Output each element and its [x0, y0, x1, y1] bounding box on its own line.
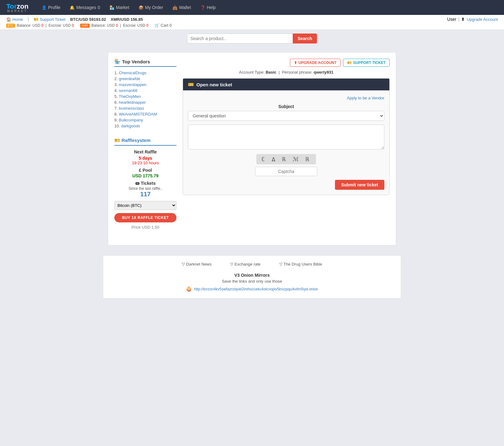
support-icon: 🎫 — [34, 17, 39, 22]
submit-ticket-button[interactable]: Submit new ticket — [335, 180, 384, 190]
search-input[interactable] — [187, 34, 293, 43]
left-sidebar: 🏪 Top Vendors 1. ChemicalDrugs 2. greenl… — [114, 59, 176, 239]
home-link[interactable]: 🏠 Home — [6, 17, 23, 22]
nav-wallet[interactable]: 👜 Wallet — [169, 3, 195, 12]
vendor-link[interactable]: WeAreAMSTERDAM — [119, 112, 157, 116]
nav-market-label: Market — [116, 5, 129, 10]
vendor-link[interactable]: TheOxyMen — [119, 94, 141, 99]
search-button[interactable]: Search — [293, 34, 317, 43]
ticket-header-text: Open new ticket — [196, 82, 232, 87]
topbar: 🏠 Home | 🎫 Support Ticket BTC/USD 59193.… — [0, 15, 504, 30]
vendor-link[interactable]: heartkidnapper — [119, 100, 146, 105]
vendor-list: 1. ChemicalDrugs 2. greenleafde 3. maxve… — [114, 71, 176, 128]
support-ticket-link[interactable]: 🎫 Support Ticket — [34, 17, 66, 22]
vendor-link[interactable]: ChemicalDrugs — [119, 71, 146, 75]
captcha-input[interactable] — [255, 167, 317, 176]
home-label: Home — [12, 17, 23, 22]
vendor-link[interactable]: Bulkcompany — [119, 118, 143, 122]
content-card: 🏪 Top Vendors 1. ChemicalDrugs 2. greenl… — [108, 52, 396, 245]
xmr-price: XMR/USD 156.85 — [111, 17, 143, 22]
btc-price: BTC/USD 59193.02 — [70, 17, 106, 22]
darknet-news-label: Darknet News — [186, 262, 212, 266]
cart-link[interactable]: 🛒 Cart 0 — [154, 23, 172, 28]
triangle-icon3: ▽ — [279, 262, 282, 266]
raffle-link[interactable]: Rafflesystem — [121, 138, 150, 143]
top-vendors-section: 🏪 Top Vendors 1. ChemicalDrugs 2. greenl… — [114, 59, 176, 128]
list-item: 7. businessclass — [114, 106, 176, 111]
vendor-link[interactable]: businessclass — [119, 106, 144, 111]
exchange-rate-label: Exchange rate — [235, 262, 261, 266]
captcha-row: ℂ ∆ ℝ ℳ ℝ — [188, 154, 384, 176]
top-vendors-title: 🏪 Top Vendors — [114, 59, 176, 67]
vendor-link[interactable]: maxverstappen — [119, 82, 146, 87]
upgrade-icon-btn: ⬆ — [294, 61, 297, 65]
help-icon: ❓ — [200, 5, 205, 10]
apply-vendor-link[interactable]: Apply to be a Vendor — [347, 96, 384, 100]
nav-messages-label: Messages — [76, 5, 96, 10]
list-item: 10. darkgoods — [114, 124, 176, 128]
account-type-label: Account Type: — [239, 70, 264, 75]
upgrade-account-button[interactable]: ⬆ UPGRADE ACCOUNT — [290, 59, 341, 67]
list-item: 5. TheOxyMen — [114, 94, 176, 99]
account-info: Account Type: Basic | Personal phrase: q… — [183, 70, 390, 75]
brand-tor: Tor — [6, 2, 17, 10]
mirrors-subtitle: Save the links and only use those — [109, 279, 395, 284]
main-content: 🏪 Top Vendors 1. ChemicalDrugs 2. greenl… — [103, 47, 401, 250]
brand-sub: MARKET — [6, 9, 29, 13]
vendor-link[interactable]: greenleafde — [119, 76, 140, 81]
nav-myorder[interactable]: 📦 My Order — [135, 3, 167, 12]
wallet-icon: 👜 — [172, 5, 177, 10]
support-ticket-button[interactable]: 🎫 SUPPORT TICKET — [343, 59, 390, 67]
list-item: 9. Bulkcompany — [114, 118, 176, 122]
currency-select[interactable]: Bitcoin (BTC) Monero (XMR) — [114, 201, 176, 210]
list-item: 1. ChemicalDrugs — [114, 71, 176, 75]
market-icon: 🏪 — [109, 5, 114, 10]
footer-darknet-news[interactable]: ▽ Darknet News — [182, 262, 212, 266]
tickets-since: Since the last raffle.. — [114, 186, 176, 191]
footer-links: ▽ Darknet News ▽ Exchange rate ▽ The Dru… — [109, 262, 395, 266]
vendor-link[interactable]: sexman66 — [119, 88, 137, 93]
order-icon: 📦 — [139, 5, 144, 10]
list-item: 3. maxverstappen — [114, 82, 176, 87]
triangle-icon2: ▽ — [230, 262, 233, 266]
nav-help-label: Help — [207, 5, 216, 10]
personal-phrase-label: Personal phrase: — [282, 70, 312, 75]
upgrade-account-link[interactable]: Upgrade Account — [467, 17, 498, 22]
buy-raffle-button[interactable]: BUY 1X RAFFLE TICKET — [114, 213, 176, 222]
nav-market[interactable]: 🏪 Market — [106, 3, 133, 12]
drug-bible-label: The Drug Users Bible — [284, 262, 322, 266]
nav-profile-label: Profile — [48, 5, 61, 10]
nav-messages[interactable]: 🔔 Messages 0 — [66, 3, 104, 12]
footer-exchange-rate[interactable]: ▽ Exchange rate — [230, 262, 261, 266]
next-raffle-label: Next Raffle — [114, 149, 176, 154]
list-item: 4. sexman66 — [114, 88, 176, 93]
searchbar: Search — [0, 30, 504, 47]
list-item: 8. WeAreAMSTERDAM — [114, 112, 176, 116]
list-item: 6. heartkidnapper — [114, 100, 176, 105]
vendor-link[interactable]: darkgoods — [121, 124, 140, 128]
triangle-icon: ▽ — [182, 262, 185, 266]
message-textarea[interactable] — [188, 125, 384, 149]
brand-logo[interactable]: Torzon MARKET — [6, 2, 29, 13]
pool-value: USD 1775.79 — [114, 173, 176, 178]
onion-url-text: http://torzon4kv5swfazrziqvel2imhxccekc4… — [194, 287, 318, 291]
footer: ▽ Darknet News ▽ Exchange rate ▽ The Dru… — [103, 255, 401, 298]
nav-help[interactable]: ❓ Help — [197, 3, 220, 12]
raffle-section: 🎫 Rafflesystem Next Raffle 5 days 19:23:… — [114, 138, 176, 230]
ticket-form-card: 🎫 Open new ticket Apply to be a Vendor S… — [183, 78, 390, 195]
raffle-days: 5 days — [114, 156, 176, 161]
raffle-icon: 🎫 — [114, 138, 120, 143]
navbar: Torzon MARKET 👤 Profile 🔔 Messages 0 🏪 M… — [0, 0, 504, 15]
nav-profile[interactable]: 👤 Profile — [38, 3, 64, 12]
topbar-right: User | ⬆ Upgrade Account — [447, 17, 498, 22]
raffle-title: 🎫 Rafflesystem — [114, 138, 176, 146]
xmr-badge: XMR — [80, 24, 89, 28]
personal-phrase-value: qwerty931 — [314, 70, 333, 75]
subject-select[interactable]: General question Order issue Account iss… — [188, 111, 384, 121]
nav-wallet-label: Wallet — [179, 5, 191, 10]
vendor-apply-link: Apply to be a Vendor — [188, 95, 384, 100]
profile-icon: 👤 — [42, 5, 47, 10]
footer-drug-bible[interactable]: ▽ The Drug Users Bible — [279, 262, 322, 266]
cart-icon: 🛒 — [154, 23, 159, 28]
ticket-header-icon: 🎫 — [188, 82, 194, 87]
